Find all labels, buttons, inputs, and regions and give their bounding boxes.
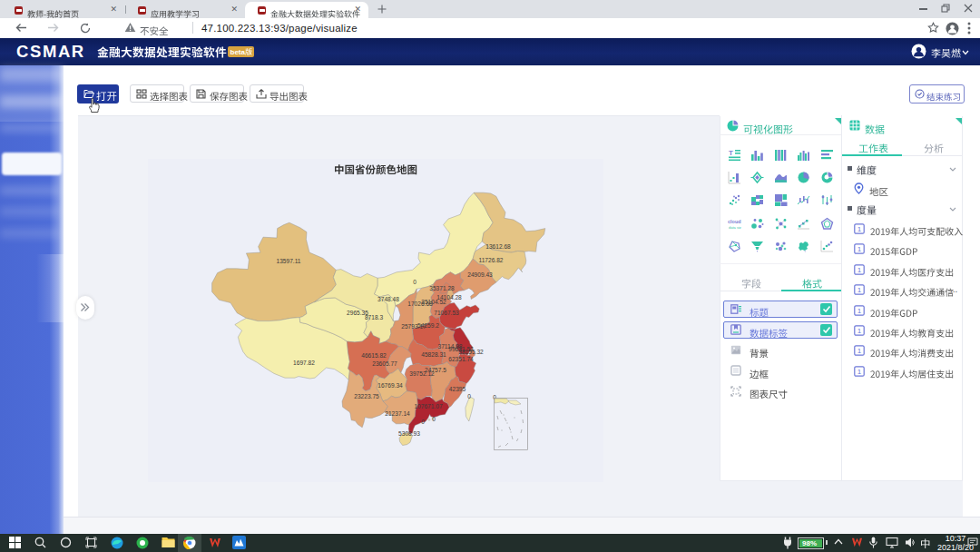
svg-text:38155.32: 38155.32 (458, 349, 484, 355)
svg-text:45828.31: 45828.31 (421, 351, 446, 358)
svg-text:1: 1 (858, 286, 862, 294)
svg-text:5308.93: 5308.93 (398, 430, 420, 437)
svg-text:39752.12: 39752.12 (409, 370, 435, 377)
svg-text:0: 0 (467, 393, 471, 399)
svg-text:1: 1 (858, 266, 862, 274)
svg-text:8718.3: 8718.3 (365, 314, 384, 320)
svg-text:1697.82: 1697.82 (293, 360, 315, 366)
svg-text:23605.77: 23605.77 (372, 360, 397, 367)
svg-text:3748.48: 3748.48 (377, 296, 399, 302)
svg-text:23223.75: 23223.75 (354, 393, 379, 399)
svg-text:T: T (729, 149, 733, 157)
svg-text:0: 0 (421, 419, 425, 425)
svg-text:0: 0 (432, 416, 436, 422)
svg-text:1: 1 (858, 307, 862, 315)
svg-text:16769.34: 16769.34 (377, 382, 403, 389)
svg-text:0: 0 (413, 279, 416, 285)
svg-text:24909.43: 24909.43 (467, 271, 493, 278)
svg-text:11726.82: 11726.82 (478, 257, 503, 263)
svg-text:1: 1 (858, 327, 862, 335)
svg-text:54259.2: 54259.2 (417, 322, 439, 329)
svg-text:1: 1 (858, 368, 862, 376)
svg-text:13597.11: 13597.11 (276, 258, 300, 264)
svg-text:107671.07: 107671.07 (414, 403, 443, 409)
svg-text:1: 1 (858, 347, 862, 355)
svg-text:35371.28: 35371.28 (429, 285, 455, 291)
svg-text:71067.53: 71067.53 (434, 310, 459, 316)
svg-text:1: 1 (858, 245, 862, 253)
svg-text:62351.74: 62351.74 (448, 356, 474, 362)
svg-text:46615.82: 46615.82 (361, 352, 387, 359)
svg-text:data viz: data viz (729, 225, 741, 230)
svg-text:cloud: cloud (728, 219, 741, 224)
svg-text:1: 1 (858, 225, 862, 233)
svg-text:42395: 42395 (449, 386, 466, 392)
svg-text:13612.68: 13612.68 (485, 243, 511, 250)
svg-text:35104.52: 35104.52 (421, 299, 446, 305)
svg-text:21237.14: 21237.14 (385, 410, 410, 417)
